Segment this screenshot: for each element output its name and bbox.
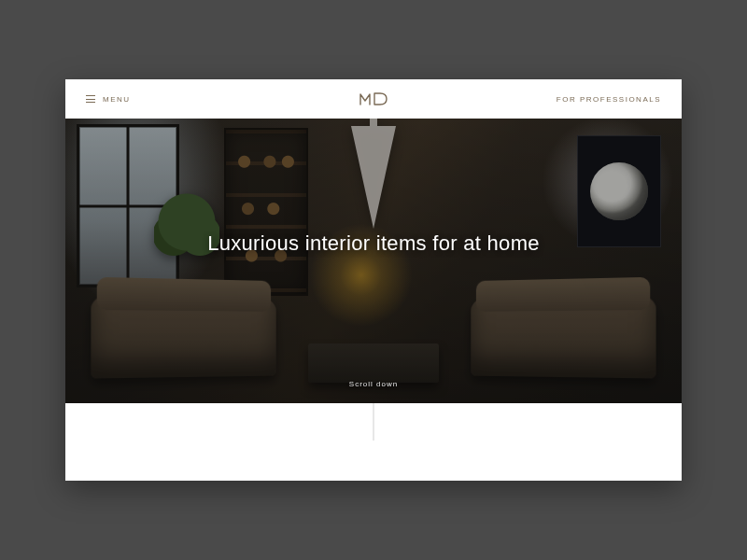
vertical-divider [374,403,374,441]
hamburger-icon [86,95,95,103]
brand-logo[interactable] [359,92,388,105]
menu-label: MENU [103,95,131,104]
hero-dark-overlay [65,119,682,403]
for-professionals-link[interactable]: FOR PROFESSIONALS [557,95,661,104]
top-bar: MENU FOR PROFESSIONALS [65,79,682,119]
page-card: MENU FOR PROFESSIONALS Luxurious interio… [65,79,682,481]
menu-button[interactable]: MENU [86,95,131,104]
hero-section: Luxurious interior items for at home Scr… [65,119,682,403]
below-fold [65,403,682,481]
logo-icon [359,92,388,105]
scroll-down-button[interactable]: Scroll down [349,380,398,388]
